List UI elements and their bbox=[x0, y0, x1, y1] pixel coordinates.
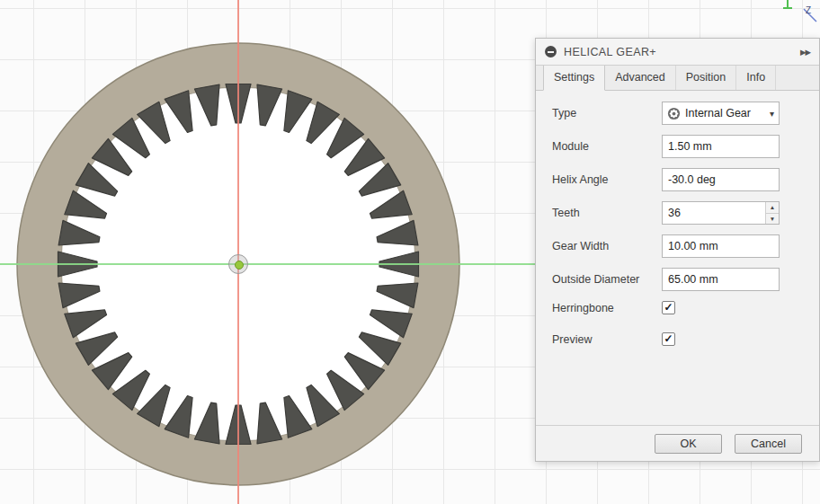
preview-label: Preview bbox=[552, 333, 662, 346]
settings-form: Type Internal Gear ▾ Module Helix bbox=[536, 91, 819, 425]
fusion-screen: Z HELICAL GEAR+ ▶▶ Settings Advanced Pos… bbox=[0, 0, 820, 504]
field-row-type: Type Internal Gear ▾ bbox=[552, 102, 803, 125]
y-axis-line bbox=[237, 0, 239, 504]
command-icon bbox=[545, 46, 557, 57]
dialog-header[interactable]: HELICAL GEAR+ ▶▶ bbox=[536, 39, 819, 66]
z-axis-label: Z bbox=[806, 5, 811, 15]
tab-info[interactable]: Info bbox=[736, 66, 776, 90]
helix-angle-input[interactable] bbox=[662, 168, 780, 191]
tab-advanced[interactable]: Advanced bbox=[605, 66, 676, 90]
herringbone-checkbox[interactable]: ✓ bbox=[662, 301, 675, 314]
field-row-helix-angle: Helix Angle bbox=[552, 168, 803, 191]
herringbone-label: Herringbone bbox=[552, 302, 662, 314]
type-selected-value: Internal Gear bbox=[685, 107, 751, 119]
origin-marker[interactable] bbox=[228, 254, 248, 274]
internal-gear-icon bbox=[667, 107, 681, 120]
outside-diameter-label: Outside Diameter bbox=[552, 273, 662, 286]
field-row-gear-width: Gear Width bbox=[552, 234, 803, 258]
gear-width-label: Gear Width bbox=[552, 240, 662, 252]
spin-up-icon[interactable]: ▲ bbox=[766, 202, 779, 213]
dialog-title: HELICAL GEAR+ bbox=[564, 46, 656, 58]
helix-angle-label: Helix Angle bbox=[552, 173, 662, 186]
axis-triad-indicator[interactable]: Z bbox=[773, 0, 820, 23]
field-row-outside-diameter: Outside Diameter bbox=[552, 268, 803, 291]
outside-diameter-input[interactable] bbox=[662, 268, 780, 291]
check-icon: ✓ bbox=[664, 302, 673, 314]
tab-settings[interactable]: Settings bbox=[543, 66, 605, 91]
tab-bar: Settings Advanced Position Info bbox=[536, 66, 819, 91]
field-row-herringbone: Herringbone ✓ bbox=[552, 301, 803, 314]
teeth-stepper: ▲ ▼ bbox=[662, 201, 780, 225]
chevron-down-icon: ▾ bbox=[770, 109, 774, 119]
teeth-spin-buttons: ▲ ▼ bbox=[765, 202, 779, 224]
helical-gear-dialog: HELICAL GEAR+ ▶▶ Settings Advanced Posit… bbox=[535, 38, 820, 462]
gear-width-input[interactable] bbox=[662, 234, 780, 258]
ok-button[interactable]: OK bbox=[655, 434, 722, 454]
module-label: Module bbox=[552, 140, 662, 153]
module-input[interactable] bbox=[662, 135, 780, 158]
teeth-label: Teeth bbox=[552, 207, 662, 219]
teeth-input[interactable] bbox=[663, 202, 765, 224]
field-row-preview: Preview ✓ bbox=[552, 332, 803, 346]
field-row-teeth: Teeth ▲ ▼ bbox=[552, 201, 803, 225]
dialog-footer: OK Cancel bbox=[536, 425, 819, 461]
spin-down-icon[interactable]: ▼ bbox=[766, 213, 779, 225]
check-icon: ✓ bbox=[664, 333, 673, 345]
field-row-module: Module bbox=[552, 135, 803, 158]
collapse-arrows-icon[interactable]: ▶▶ bbox=[800, 48, 810, 57]
cancel-button[interactable]: Cancel bbox=[735, 434, 802, 454]
type-label: Type bbox=[552, 107, 662, 119]
type-dropdown[interactable]: Internal Gear ▾ bbox=[662, 102, 780, 125]
tab-position[interactable]: Position bbox=[676, 66, 736, 90]
preview-checkbox[interactable]: ✓ bbox=[662, 332, 675, 346]
